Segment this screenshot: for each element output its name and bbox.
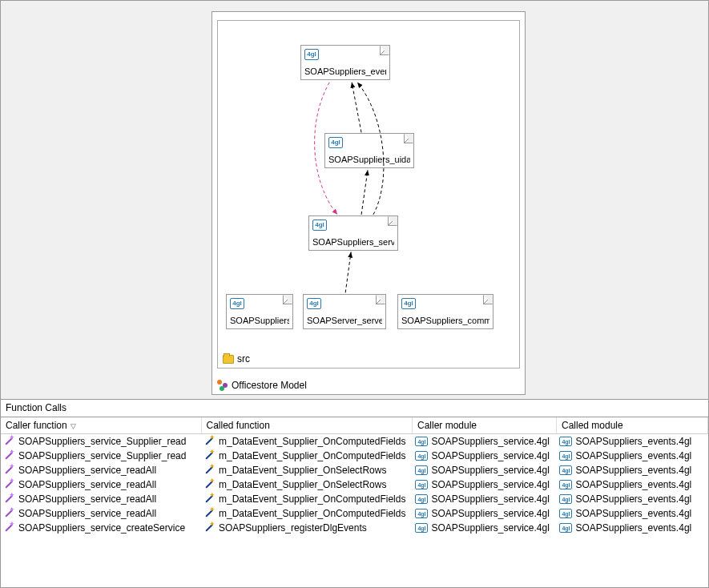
cell-text: SOAPSuppliers_service.4gl xyxy=(431,508,549,519)
function-icon xyxy=(4,465,15,476)
node-label: SOAPSuppliers xyxy=(230,316,289,325)
table-row[interactable]: SOAPSuppliers_service_Supplier_readm_Dat… xyxy=(1,449,708,463)
cell-text: SOAPSuppliers_service.4gl xyxy=(431,493,549,505)
node-label: SOAPSuppliers_events xyxy=(304,66,386,76)
cell-text: SOAPSuppliers_service_createService xyxy=(18,522,185,534)
table-row[interactable]: SOAPSuppliers_service_Supplier_readm_Dat… xyxy=(1,434,708,449)
cell-text: SOAPSuppliers_service.4gl xyxy=(431,522,549,534)
src-label-text: src xyxy=(237,353,250,364)
col-caller-module[interactable]: Caller module xyxy=(412,417,556,434)
fgl-icon: 4gl xyxy=(559,494,572,504)
table-row[interactable]: SOAPSuppliers_service_createServiceSOAPS… xyxy=(1,521,708,535)
folder-icon xyxy=(223,355,234,364)
cell-text: m_DataEvent_Supplier_OnComputedFields xyxy=(219,493,405,505)
fgl-icon: 4gl xyxy=(415,465,428,475)
src-folder-container: 4gl SOAPSuppliers_events 4gl SOAPSupplie… xyxy=(217,20,520,369)
cell-text: SOAPSuppliers_events.4gl xyxy=(575,522,691,534)
node-label: SOAPSuppliers_uidata xyxy=(328,155,410,164)
cell-text: SOAPSuppliers_registerDlgEvents xyxy=(219,522,367,534)
cell-text: SOAPSuppliers_service_readAll xyxy=(18,508,156,519)
cell-text: SOAPSuppliers_events.4gl xyxy=(575,450,691,461)
fgl-icon: 4gl xyxy=(415,451,428,461)
table-row[interactable]: SOAPSuppliers_service_readAllm_DataEvent… xyxy=(1,477,708,492)
cell-text: SOAPSuppliers_events.4gl xyxy=(575,508,691,519)
node-label: SOAPServer_server xyxy=(307,316,382,325)
node-soapsuppliers-events[interactable]: 4gl SOAPSuppliers_events xyxy=(300,45,390,80)
cell-text: SOAPSuppliers_service_Supplier_read xyxy=(18,436,186,447)
node-soapserver-server[interactable]: 4gl SOAPServer_server xyxy=(303,294,386,329)
table-row[interactable]: SOAPSuppliers_service_readAllm_DataEvent… xyxy=(1,463,708,477)
fgl-icon: 4gl xyxy=(307,298,321,309)
cell-text: m_DataEvent_Supplier_OnComputedFields xyxy=(219,450,405,461)
sort-indicator-icon: ▽ xyxy=(70,422,76,430)
function-icon xyxy=(4,436,15,447)
fgl-icon: 4gl xyxy=(415,480,428,489)
function-icon xyxy=(4,479,15,490)
col-caller-function[interactable]: Caller function▽ xyxy=(1,417,201,434)
function-icon xyxy=(204,465,216,476)
node-soapsuppliers-service[interactable]: 4gl SOAPSuppliers_service xyxy=(308,215,398,251)
cell-text: m_DataEvent_Supplier_OnComputedFields xyxy=(219,436,405,447)
cell-text: SOAPSuppliers_service.4gl xyxy=(431,436,549,447)
src-folder-label: src xyxy=(223,353,250,364)
function-icon xyxy=(204,508,216,519)
cell-text: SOAPSuppliers_service_readAll xyxy=(18,465,156,476)
cell-text: SOAPSuppliers_events.4gl xyxy=(575,493,691,505)
model-icon xyxy=(217,380,228,391)
function-icon xyxy=(4,493,15,505)
node-label: SOAPSuppliers_service xyxy=(312,237,394,247)
cell-text: SOAPSuppliers_service_readAll xyxy=(18,493,156,505)
cell-text: m_DataEvent_Supplier_OnComputedFields xyxy=(219,508,405,519)
cell-text: SOAPSuppliers_service.4gl xyxy=(431,479,549,490)
app-window: 4gl SOAPSuppliers_events 4gl SOAPSupplie… xyxy=(0,0,709,588)
cell-text: SOAPSuppliers_service.4gl xyxy=(431,450,549,461)
fgl-icon: 4gl xyxy=(559,451,572,461)
cell-text: SOAPSuppliers_service_Supplier_read xyxy=(18,450,186,461)
fgl-icon: 4gl xyxy=(415,509,428,518)
fgl-icon: 4gl xyxy=(304,49,319,60)
node-soapsuppliers-uidata[interactable]: 4gl SOAPSuppliers_uidata xyxy=(324,133,414,168)
model-label-text: Officestore Model xyxy=(232,380,307,391)
dependency-diagram-panel[interactable]: 4gl SOAPSuppliers_events 4gl SOAPSupplie… xyxy=(1,1,708,400)
function-icon xyxy=(4,522,15,534)
function-icon xyxy=(204,493,216,505)
cell-text: SOAPSuppliers_events.4gl xyxy=(575,465,691,476)
cell-text: SOAPSuppliers_events.4gl xyxy=(575,436,691,447)
fgl-icon: 4gl xyxy=(415,437,428,446)
function-icon xyxy=(204,522,216,534)
function-icon xyxy=(4,450,15,461)
fgl-icon: 4gl xyxy=(559,509,572,518)
fgl-icon: 4gl xyxy=(312,219,327,231)
fgl-icon: 4gl xyxy=(230,298,244,309)
col-called-module[interactable]: Called module xyxy=(556,417,707,434)
table-row[interactable]: SOAPSuppliers_service_readAllm_DataEvent… xyxy=(1,492,708,506)
model-label: Officestore Model xyxy=(217,380,307,391)
cell-text: m_DataEvent_Supplier_OnSelectRows xyxy=(219,479,386,490)
function-calls-table: Caller function▽ Called function Caller … xyxy=(1,417,708,535)
fgl-icon: 4gl xyxy=(415,523,428,533)
cell-text: SOAPSuppliers_events.4gl xyxy=(575,479,691,490)
function-calls-grid[interactable]: Caller function▽ Called function Caller … xyxy=(1,417,708,587)
cell-text: m_DataEvent_Supplier_OnSelectRows xyxy=(219,465,386,476)
fgl-icon: 4gl xyxy=(415,494,428,504)
cell-text: SOAPSuppliers_service_readAll xyxy=(18,479,156,490)
fgl-icon: 4gl xyxy=(559,523,572,533)
node-soapsuppliers[interactable]: 4gl SOAPSuppliers xyxy=(226,294,293,329)
function-icon xyxy=(4,508,15,519)
function-calls-title: Function Calls xyxy=(1,400,708,417)
table-row[interactable]: SOAPSuppliers_service_readAllm_DataEvent… xyxy=(1,506,708,521)
fgl-icon: 4gl xyxy=(559,437,572,446)
fgl-icon: 4gl xyxy=(559,480,572,489)
function-icon xyxy=(204,450,216,461)
function-icon xyxy=(204,479,216,490)
node-label: SOAPSuppliers_common xyxy=(401,316,489,325)
fgl-icon: 4gl xyxy=(328,137,343,148)
function-icon xyxy=(204,436,216,447)
fgl-icon: 4gl xyxy=(401,298,416,309)
col-called-function[interactable]: Called function xyxy=(201,417,412,434)
cell-text: SOAPSuppliers_service.4gl xyxy=(431,465,549,476)
fgl-icon: 4gl xyxy=(559,465,572,475)
model-container: 4gl SOAPSuppliers_events 4gl SOAPSupplie… xyxy=(211,11,526,395)
node-soapsuppliers-common[interactable]: 4gl SOAPSuppliers_common xyxy=(397,294,493,329)
